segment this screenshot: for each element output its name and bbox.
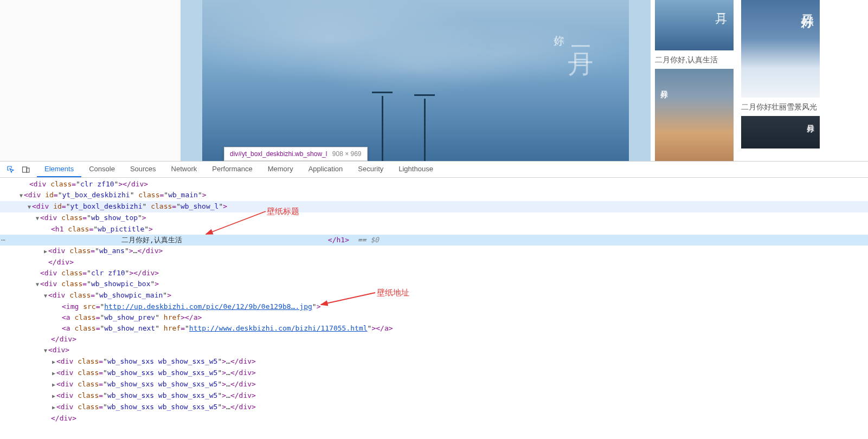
ellipsis-icon[interactable]: ⋯ bbox=[1, 235, 5, 246]
dom-node[interactable]: </div> bbox=[0, 334, 868, 345]
sidebar-thumbnails: 二月 二月你好,认真生活 二月你好 二月你好 二月你好壮丽雪景风光 二月你好 bbox=[651, 0, 868, 161]
caret-icon[interactable] bbox=[51, 402, 56, 413]
wallpaper-image[interactable]: 你好 二月 bbox=[202, 0, 629, 161]
caret-icon[interactable] bbox=[35, 279, 40, 290]
caret-icon[interactable] bbox=[27, 202, 32, 212]
devtools-tabs: Elements Console Sources Network Perform… bbox=[37, 162, 441, 177]
tab-memory[interactable]: Memory bbox=[260, 162, 301, 177]
thumbnail[interactable]: 二月你好 bbox=[741, 0, 820, 98]
thumbnail[interactable]: 二月你好 bbox=[741, 116, 820, 149]
webpage-left-margin bbox=[0, 0, 181, 161]
dom-node[interactable]: <h1 class="wb_pictitle"> bbox=[0, 224, 868, 235]
tab-lighthouse[interactable]: Lighthouse bbox=[391, 162, 441, 177]
dom-node[interactable]: <div id="yt_boxl_deskbizhi" class="wb_sh… bbox=[0, 201, 868, 212]
thumbnail[interactable]: 二月 bbox=[655, 0, 734, 50]
dom-node[interactable]: <div class="clr zf10"></div> bbox=[0, 179, 868, 190]
dom-node[interactable]: <div id="yt_box_deskbizhi" class="wb_mai… bbox=[0, 190, 868, 201]
caret-icon[interactable] bbox=[51, 357, 56, 367]
thumbnail-label: 二月你好,认真生活 bbox=[655, 53, 734, 69]
dom-node[interactable]: ⋯二月你好,认真生活</h1> == $0 bbox=[0, 235, 868, 246]
svg-rect-0 bbox=[23, 167, 27, 172]
tab-console[interactable]: Console bbox=[81, 162, 123, 177]
caret-icon[interactable] bbox=[43, 290, 48, 301]
dom-node[interactable]: <div class="wb_showpic_box"> bbox=[0, 279, 868, 290]
device-toolbar-icon[interactable] bbox=[18, 162, 34, 177]
caret-icon[interactable] bbox=[18, 190, 24, 201]
inspect-element-icon[interactable] bbox=[3, 162, 18, 177]
a-href-link[interactable]: http://www.deskbizhi.com/bizhi/117055.ht… bbox=[189, 324, 368, 332]
wallpaper-text-large: 二月 bbox=[565, 27, 596, 38]
element-dimensions-tooltip: div#yt_boxl_deskbizhi.wb_show_l 908 × 96… bbox=[224, 147, 368, 161]
webpage-preview: 你好 二月 div#yt_boxl_deskbizhi.wb_show_l 90… bbox=[0, 0, 868, 161]
dom-node[interactable]: <a class="wb_show_prev" href></a> bbox=[0, 312, 868, 323]
caret-icon[interactable] bbox=[43, 345, 48, 356]
elements-dom-tree[interactable]: 壁纸标题 壁纸地址 <div class="clr zf10"></div><d… bbox=[0, 178, 868, 439]
tooltip-selector: div#yt_boxl_deskbizhi.wb_show_l bbox=[230, 150, 327, 158]
caret-icon[interactable] bbox=[35, 213, 40, 224]
dom-node[interactable]: <div class="clr zf10"></div> bbox=[0, 268, 868, 279]
caret-icon[interactable] bbox=[51, 368, 56, 379]
dom-node[interactable]: <div class="wb_show_sxs wb_show_sxs_w5">… bbox=[0, 402, 868, 413]
tab-security[interactable]: Security bbox=[350, 162, 391, 177]
dom-node[interactable]: </div> bbox=[0, 413, 868, 424]
thumbnail-label: 二月你好壮丽雪景风光 bbox=[741, 100, 820, 116]
tab-network[interactable]: Network bbox=[164, 162, 205, 177]
tab-elements[interactable]: Elements bbox=[37, 162, 81, 177]
dom-node[interactable]: <div class="wb_show_top"> bbox=[0, 212, 868, 224]
tooltip-dimensions: 908 × 969 bbox=[332, 150, 362, 158]
dom-node[interactable]: <div class="wb_show_sxs wb_show_sxs_w5">… bbox=[0, 356, 868, 367]
caret-icon[interactable] bbox=[51, 379, 56, 390]
dom-node[interactable]: <div class="wb_showpic_main"> bbox=[0, 290, 868, 301]
dom-node[interactable]: <div class="wb_ans">…</div> bbox=[0, 246, 868, 257]
img-src-link[interactable]: http://up.deskbizhi.com/pic/0e/12/9b/0e1… bbox=[104, 302, 312, 311]
dom-node[interactable]: <a class="wb_show_next" href="http://www… bbox=[0, 323, 868, 334]
dom-node[interactable]: <div class="wb_show_sxs wb_show_sxs_w5">… bbox=[0, 379, 868, 390]
dom-node[interactable]: <div class="wb_show_sxs wb_show_sxs_w5">… bbox=[0, 367, 868, 379]
thumbnail[interactable]: 二月你好 bbox=[655, 69, 734, 161]
tab-application[interactable]: Application bbox=[301, 162, 351, 177]
devtools-panel: Elements Console Sources Network Perform… bbox=[0, 161, 868, 439]
dom-node[interactable]: </div> bbox=[0, 257, 868, 268]
caret-icon[interactable] bbox=[51, 391, 56, 402]
dom-node[interactable]: <div> bbox=[0, 345, 868, 356]
main-wallpaper-container: 你好 二月 div#yt_boxl_deskbizhi.wb_show_l 90… bbox=[181, 0, 651, 161]
tab-sources[interactable]: Sources bbox=[123, 162, 164, 177]
dom-node[interactable]: <div class="wb_show_sxs wb_show_sxs_w5">… bbox=[0, 390, 868, 402]
tab-performance[interactable]: Performance bbox=[204, 162, 260, 177]
caret-icon[interactable] bbox=[43, 246, 48, 257]
dom-node[interactable]: <img src="http://up.deskbizhi.com/pic/0e… bbox=[0, 301, 868, 312]
devtools-toolbar: Elements Console Sources Network Perform… bbox=[0, 162, 868, 178]
